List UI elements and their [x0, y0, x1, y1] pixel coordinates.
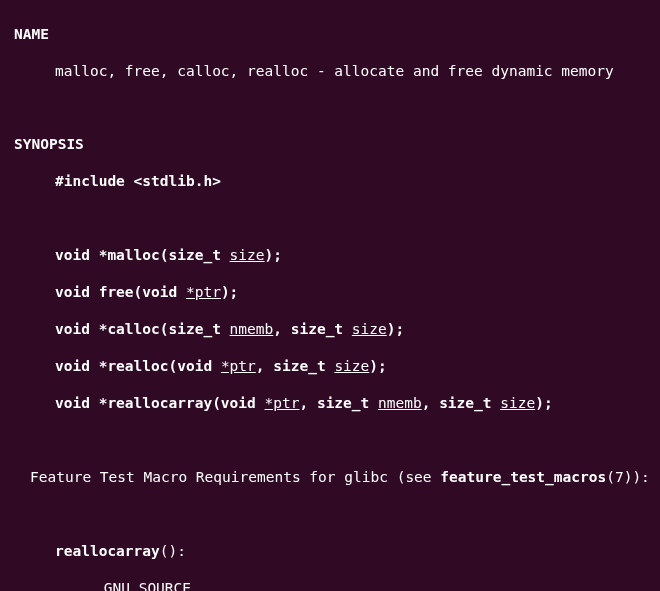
- name-line: malloc, free, calloc, realloc - allocate…: [0, 62, 660, 81]
- synopsis-realloc: void *realloc(void *ptr, size_t size);: [0, 357, 660, 376]
- man-page-content: NAME malloc, free, calloc, realloc - all…: [0, 0, 660, 591]
- section-header-name: NAME: [0, 25, 660, 44]
- section-header-synopsis: SYNOPSIS: [0, 135, 660, 154]
- feature-test-intro: Feature Test Macro Requirements for glib…: [0, 468, 660, 487]
- gnu-source: _GNU_SOURCE: [0, 579, 660, 591]
- synopsis-reallocarray: void *reallocarray(void *ptr, size_t nme…: [0, 394, 660, 413]
- synopsis-calloc: void *calloc(size_t nmemb, size_t size);: [0, 320, 660, 339]
- synopsis-free: void free(void *ptr);: [0, 283, 660, 302]
- reallocarray-requirement: reallocarray():: [0, 542, 660, 561]
- include-directive: #include <stdlib.h>: [0, 172, 660, 191]
- synopsis-malloc: void *malloc(size_t size);: [0, 246, 660, 265]
